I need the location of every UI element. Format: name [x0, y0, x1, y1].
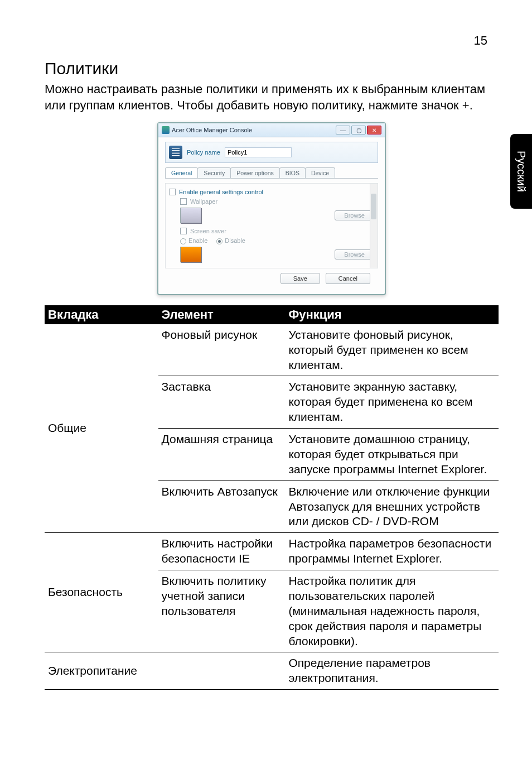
section-heading: Политики [45, 59, 499, 78]
settings-panel: Enable general settings control Wallpape… [165, 183, 378, 268]
screensaver-checkbox[interactable] [180, 228, 187, 234]
wallpaper-checkbox[interactable] [180, 198, 187, 205]
function-cell: Установите экранную заставку, которая бу… [285, 376, 499, 429]
element-cell: Включить политику учетной записи пользов… [158, 570, 286, 652]
app-icon [162, 126, 170, 134]
screensaver-enable-radio[interactable] [180, 238, 186, 244]
function-cell: Установите фоновый рисунок, который буде… [285, 324, 499, 376]
wallpaper-thumbnail [180, 208, 201, 223]
tab-power-options[interactable]: Power options [230, 167, 280, 178]
page-number: 15 [45, 33, 499, 59]
disable-label: Disable [225, 237, 245, 244]
enable-label: Enable [188, 237, 207, 244]
table-row: БезопасностьВключить настройки безопасно… [45, 533, 499, 570]
policy-name-input[interactable] [225, 147, 292, 157]
dialog-titlebar: Acer Office Manager Console — ▢ ✕ [158, 123, 385, 137]
minimize-button[interactable]: — [336, 126, 350, 134]
wallpaper-browse-button[interactable]: Browse [335, 210, 374, 220]
element-cell: Включить Автозапуск [158, 480, 286, 533]
th-function: Функция [285, 305, 499, 324]
policy-name-label: Policy name [187, 149, 220, 156]
screensaver-label: Screen saver [190, 228, 226, 234]
close-button[interactable]: ✕ [367, 126, 381, 134]
function-cell: Настройка параметров безопасности програ… [285, 533, 499, 570]
screensaver-disable-radio[interactable] [216, 238, 223, 244]
save-button[interactable]: Save [280, 273, 320, 284]
tab-security[interactable]: Security [197, 167, 231, 178]
function-cell: Определение параметров электропитания. [285, 652, 499, 690]
function-cell: Установите домашнюю страницу, которая бу… [285, 429, 499, 481]
table-row: ОбщиеФоновый рисунокУстановите фоновый р… [45, 324, 499, 376]
element-cell: Фоновый рисунок [158, 324, 286, 376]
tab-device[interactable]: Device [305, 167, 335, 178]
function-cell: Настройка политик для пользовательских п… [285, 570, 499, 652]
tab-bios[interactable]: BIOS [279, 167, 306, 178]
scrollbar[interactable] [370, 184, 378, 268]
th-tab: Вкладка [45, 305, 158, 324]
group-cell: Общие [45, 324, 158, 533]
screensaver-thumbnail [180, 247, 201, 262]
element-cell: Включить настройки безопасности IE [158, 533, 286, 570]
dialog-title: Acer Office Manager Console [172, 127, 252, 133]
element-cell: Заставка [158, 376, 286, 429]
function-cell: Включение или отключение функции Автозап… [285, 480, 499, 533]
policy-icon [169, 146, 182, 159]
language-tab: Русский [510, 134, 532, 209]
element-cell: Домашняя страница [158, 429, 286, 481]
group-cell: Безопасность [45, 533, 158, 652]
maximize-button[interactable]: ▢ [351, 126, 366, 134]
tab-strip: General Security Power options BIOS Devi… [165, 167, 378, 179]
policy-name-row: Policy name [165, 142, 378, 163]
enable-general-label: Enable general settings control [179, 189, 263, 195]
th-element: Элемент [158, 305, 286, 324]
group-cell: Электропитание [45, 652, 158, 690]
tab-general[interactable]: General [165, 167, 198, 178]
cancel-button[interactable]: Cancel [326, 273, 370, 284]
wallpaper-label: Wallpaper [190, 198, 217, 205]
dialog-window: Acer Office Manager Console — ▢ ✕ Policy… [157, 122, 386, 295]
enable-general-checkbox[interactable] [169, 189, 176, 195]
intro-paragraph: Можно настраивать разные политики и прим… [45, 81, 499, 113]
table-row: ЭлектропитаниеОпределение параметров эле… [45, 652, 499, 690]
reference-table: Вкладка Элемент Функция ОбщиеФоновый рис… [45, 305, 499, 690]
element-cell [158, 652, 286, 690]
screensaver-browse-button[interactable]: Browse [335, 249, 374, 260]
